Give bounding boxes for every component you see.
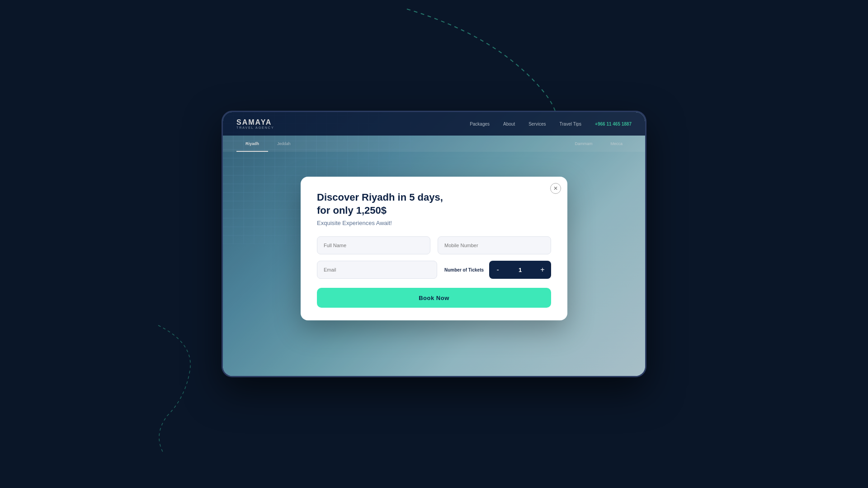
modal-title: Discover Riyadh in 5 days, for only 1,25… (317, 191, 551, 217)
decrement-button[interactable]: - (489, 261, 506, 279)
tickets-label: Number of Tickets (444, 267, 484, 272)
laptop-frame: SAMAYA TRAVEL AGENCY Packages About Serv… (222, 111, 646, 377)
browser-content: SAMAYA TRAVEL AGENCY Packages About Serv… (223, 112, 645, 376)
mobile-input[interactable] (438, 236, 551, 254)
modal-subtitle: Exquisite Experiences Await! (317, 220, 551, 226)
form-row-1 (317, 236, 551, 254)
booking-modal: ✕ Discover Riyadh in 5 days, for only 1,… (301, 177, 567, 320)
tickets-group: Number of Tickets - 1 + (444, 261, 551, 279)
tickets-value: 1 (506, 267, 534, 273)
email-input[interactable] (317, 261, 437, 279)
full-name-input[interactable] (317, 236, 430, 254)
form-row-2: Number of Tickets - 1 + (317, 261, 551, 279)
tickets-stepper: - 1 + (489, 261, 551, 279)
modal-close-button[interactable]: ✕ (550, 183, 561, 194)
book-now-button[interactable]: Book Now (317, 288, 551, 308)
modal-overlay: ✕ Discover Riyadh in 5 days, for only 1,… (223, 112, 645, 376)
increment-button[interactable]: + (534, 261, 551, 279)
